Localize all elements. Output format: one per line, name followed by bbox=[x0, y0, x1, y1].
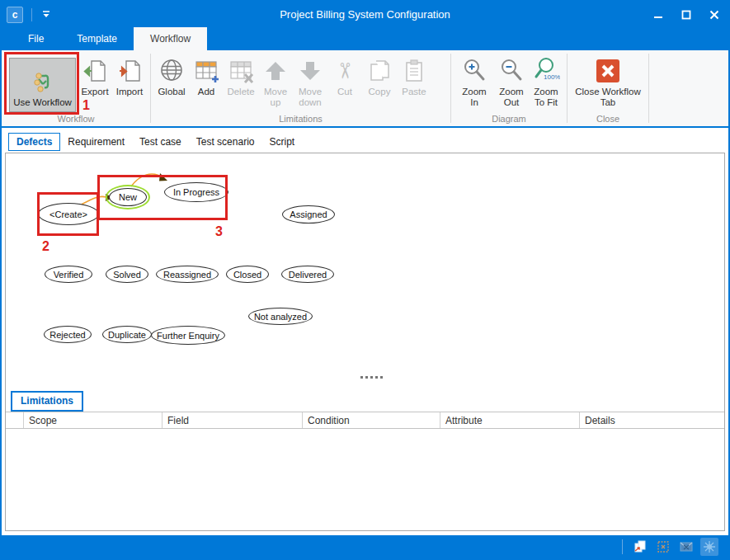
column-header[interactable]: Scope bbox=[24, 412, 162, 428]
export-label: Export bbox=[81, 87, 108, 97]
diagram-node[interactable]: Verified bbox=[45, 266, 92, 283]
column-header[interactable]: Condition bbox=[303, 412, 440, 428]
move-down-button: Move down bbox=[293, 55, 327, 110]
status-bar-separator bbox=[622, 539, 623, 554]
grid-frame-icon bbox=[657, 540, 670, 553]
diagram-node[interactable]: New bbox=[109, 188, 147, 206]
ribbon: Use Workflow Export bbox=[2, 50, 728, 126]
close-icon bbox=[709, 10, 719, 20]
minimize-button[interactable] bbox=[644, 2, 672, 27]
limitations-table-body[interactable] bbox=[6, 429, 724, 530]
diagram-node[interactable]: Delivered bbox=[281, 266, 334, 283]
column-header[interactable]: Details bbox=[580, 412, 724, 428]
paste-label: Paste bbox=[402, 87, 426, 97]
close-workflow-tab-label: Close Workflow Tab bbox=[575, 87, 641, 108]
delete-label: Delete bbox=[227, 87, 254, 97]
group-label-diagram: Diagram bbox=[451, 114, 567, 126]
export-icon bbox=[82, 57, 108, 85]
quick-access-dropdown-icon[interactable] bbox=[40, 10, 52, 20]
zoom-to-fit-icon: 100% bbox=[532, 57, 560, 85]
use-workflow-button[interactable]: Use Workflow bbox=[9, 58, 76, 112]
diagram-node[interactable]: <Create> bbox=[38, 203, 99, 225]
app-window: c Project Billing System Configuration F… bbox=[0, 0, 730, 560]
export-button[interactable]: Export bbox=[78, 55, 112, 99]
zoom-out-button[interactable]: Zoom Out bbox=[494, 55, 529, 110]
ribbon-group-limitations: Global Add bbox=[151, 50, 450, 126]
diagram-node[interactable]: Not analyzed bbox=[248, 308, 313, 325]
use-workflow-icon bbox=[31, 68, 55, 96]
zoom-in-label: Zoom In bbox=[457, 87, 492, 108]
app-icon[interactable]: c bbox=[7, 7, 23, 23]
tab-limitations[interactable]: Limitations bbox=[11, 391, 83, 412]
move-up-icon bbox=[262, 57, 289, 85]
move-up-label: Move up bbox=[264, 87, 287, 108]
copy-pages-icon bbox=[366, 57, 393, 85]
svg-text:100%: 100% bbox=[544, 73, 560, 81]
minimize-icon bbox=[653, 10, 663, 20]
diagram-node[interactable]: Further Enquiry bbox=[151, 326, 225, 345]
use-workflow-label: Use Workflow bbox=[13, 97, 72, 108]
workflow-diagram-canvas[interactable]: <Create>NewIn ProgressAssignedVerifiedSo… bbox=[6, 153, 724, 389]
ribbon-separator bbox=[648, 54, 649, 123]
import-button[interactable]: Import bbox=[112, 55, 147, 99]
cut-label: Cut bbox=[337, 87, 352, 97]
window-title: Project Billing System Configuration bbox=[2, 8, 728, 21]
ribbon-group-diagram: Zoom In Zoom Out bbox=[451, 50, 567, 126]
tab-script[interactable]: Script bbox=[261, 134, 302, 150]
maximize-icon bbox=[681, 10, 691, 20]
diagram-node[interactable]: Closed bbox=[226, 266, 269, 283]
group-label-workflow: Workflow bbox=[2, 114, 150, 126]
column-header[interactable]: Field bbox=[162, 412, 303, 428]
column-header[interactable] bbox=[6, 412, 24, 428]
tab-defects[interactable]: Defects bbox=[8, 133, 60, 151]
diagram-node[interactable]: Duplicate bbox=[102, 326, 152, 343]
grid-frame-status-button[interactable] bbox=[654, 538, 672, 556]
diagram-node[interactable]: Reassigned bbox=[156, 266, 219, 283]
move-down-label: Move down bbox=[299, 87, 322, 108]
diagram-node[interactable]: Rejected bbox=[44, 326, 92, 343]
tab-test-scenario[interactable]: Test scenario bbox=[189, 134, 262, 150]
close-button[interactable] bbox=[700, 2, 728, 27]
tab-file[interactable]: File bbox=[12, 27, 60, 50]
maximize-button[interactable] bbox=[672, 2, 700, 27]
global-button[interactable]: Global bbox=[154, 55, 189, 99]
diagram-node[interactable]: Assigned bbox=[282, 205, 335, 224]
copy-pages-status-button[interactable] bbox=[631, 538, 649, 556]
column-header[interactable]: Attribute bbox=[440, 412, 580, 428]
limitations-table-header: ScopeFieldConditionAttributeDetails bbox=[6, 412, 724, 429]
zoom-out-icon bbox=[498, 57, 525, 85]
tab-template[interactable]: Template bbox=[60, 27, 134, 50]
cut-scissors-icon: ✂ bbox=[331, 62, 359, 80]
zoom-in-button[interactable]: Zoom In bbox=[454, 55, 494, 110]
diagram-node[interactable]: Solved bbox=[106, 266, 148, 283]
arrowhead-new-to-in-progress bbox=[159, 173, 167, 181]
zoom-to-fit-button[interactable]: 100% Zoom To Fit bbox=[529, 55, 563, 110]
copy-pages-icon bbox=[633, 540, 647, 553]
zoom-to-fit-label: Zoom To Fit bbox=[534, 87, 558, 108]
tab-test-case[interactable]: Test case bbox=[132, 134, 189, 150]
titlebar-separator bbox=[31, 8, 32, 21]
status-bar bbox=[2, 535, 728, 558]
snowflake-status-button[interactable] bbox=[700, 538, 718, 556]
globe-icon bbox=[158, 57, 185, 85]
diagram-node[interactable]: In Progress bbox=[164, 182, 228, 202]
close-workflow-tab-button[interactable]: Close Workflow Tab bbox=[571, 55, 645, 110]
arrow-new-to-in-progress bbox=[131, 174, 163, 186]
add-button[interactable]: Add bbox=[189, 55, 224, 99]
limitations-table: ScopeFieldConditionAttributeDetails bbox=[6, 412, 724, 530]
mail-blocked-status-button[interactable] bbox=[677, 538, 695, 556]
cut-button: ✂ Cut bbox=[327, 55, 362, 99]
splitter-handle[interactable] bbox=[360, 376, 383, 379]
limitations-tab-strip: Limitations bbox=[6, 389, 724, 412]
title-bar: c Project Billing System Configuration bbox=[2, 2, 728, 27]
workflow-content-area: <Create>NewIn ProgressAssignedVerifiedSo… bbox=[5, 153, 725, 531]
tab-workflow[interactable]: Workflow bbox=[134, 27, 207, 50]
group-label-limitations: Limitations bbox=[151, 114, 450, 126]
move-up-button: Move up bbox=[258, 55, 293, 110]
tab-requirement[interactable]: Requirement bbox=[60, 134, 132, 150]
delete-table-icon bbox=[228, 57, 254, 85]
import-icon bbox=[116, 57, 143, 85]
ribbon-tab-bar: File Template Workflow bbox=[2, 27, 728, 50]
copy-button: Copy bbox=[362, 55, 397, 99]
zoom-out-label: Zoom Out bbox=[499, 87, 523, 108]
